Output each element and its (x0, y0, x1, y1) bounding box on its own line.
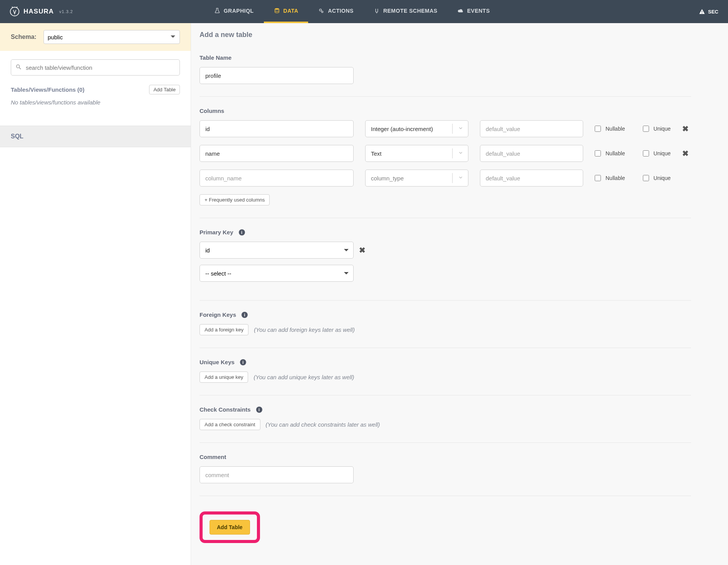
table-name-label: Table Name (200, 54, 691, 61)
check-constraints-label: Check Constraints (200, 406, 251, 413)
nav-graphiql-label: GRAPHIQL (224, 8, 254, 14)
add-table-highlight: Add Table (200, 511, 260, 543)
primary-key-select[interactable]: id (200, 242, 354, 259)
column-default-input[interactable] (480, 170, 583, 187)
top-navbar: HASURA v1.3.2 GRAPHIQL DATA ACTIONS REMO… (0, 0, 728, 23)
sql-link[interactable]: SQL (0, 126, 191, 147)
cloud-icon (458, 8, 464, 14)
add-table-submit-button[interactable]: Add Table (210, 520, 250, 535)
flask-icon (214, 8, 220, 14)
nav-events-label: EVENTS (467, 8, 490, 14)
column-default-input[interactable] (480, 145, 583, 162)
brand: HASURA v1.3.2 (10, 7, 73, 17)
plug-icon (374, 8, 380, 14)
add-check-constraint-button[interactable]: Add a check constraint (200, 419, 260, 430)
nullable-checkbox[interactable]: Nullable (595, 126, 625, 132)
foreign-keys-label: Foreign Keys (200, 311, 236, 318)
info-icon[interactable]: i (242, 312, 248, 318)
remove-column-icon[interactable]: ✖ (682, 149, 689, 158)
unique-checkbox[interactable]: Unique (643, 126, 671, 132)
info-icon[interactable]: i (240, 359, 246, 365)
database-icon (274, 8, 280, 14)
table-name-input[interactable] (200, 67, 354, 84)
tables-heading: Tables/Views/Functions (0) (11, 86, 84, 93)
nav-data-label: DATA (283, 8, 299, 14)
column-name-input[interactable] (200, 170, 354, 187)
version-label: v1.3.2 (59, 9, 73, 14)
column-type-select[interactable]: Integer (auto-increment) (365, 120, 468, 137)
svg-point-2 (320, 9, 322, 11)
info-icon[interactable]: i (256, 407, 262, 413)
nav-actions-label: ACTIONS (328, 8, 354, 14)
unique-key-hint: (You can add unique keys later as well) (253, 374, 354, 380)
gears-icon (318, 8, 324, 14)
nullable-checkbox[interactable]: Nullable (595, 150, 625, 156)
brand-name: HASURA (23, 8, 54, 15)
search-icon (15, 64, 22, 71)
nav-graphiql[interactable]: GRAPHIQL (204, 0, 264, 23)
add-foreign-key-button[interactable]: Add a foreign key (200, 324, 248, 335)
main-content: Add a new table Table Name Columns Integ… (191, 23, 728, 565)
sidebar-empty-message: No tables/views/functions available (11, 99, 180, 106)
column-type-select[interactable]: Text (365, 145, 468, 162)
schema-label: Schema: (11, 34, 37, 40)
add-unique-key-button[interactable]: Add a unique key (200, 372, 248, 383)
warning-icon (699, 8, 705, 15)
unique-checkbox[interactable]: Unique (643, 150, 671, 156)
page-title: Add a new table (200, 31, 691, 39)
nav-data[interactable]: DATA (264, 0, 309, 23)
secure-endpoint-hint[interactable]: SEC (699, 8, 718, 15)
column-name-input[interactable] (200, 120, 354, 137)
check-constraint-hint: (You can add check constraints later as … (266, 421, 380, 428)
svg-point-1 (275, 8, 279, 10)
svg-rect-5 (702, 13, 702, 13)
column-row: Text Nullable Unique✖ (200, 145, 691, 162)
unique-keys-label: Unique Keys (200, 359, 235, 365)
comment-label: Comment (200, 454, 691, 460)
column-row: column_type Nullable Unique (200, 170, 691, 187)
remove-primary-key-icon[interactable]: ✖ (359, 246, 366, 255)
column-default-input[interactable] (480, 120, 583, 137)
columns-label: Columns (200, 108, 691, 114)
info-icon[interactable]: i (239, 229, 245, 235)
secure-label: SEC (708, 9, 718, 15)
svg-rect-4 (702, 11, 702, 12)
primary-key-add-select[interactable]: -- select -- (200, 265, 354, 282)
svg-line-7 (19, 68, 21, 69)
sidebar-add-table-button[interactable]: Add Table (149, 85, 180, 94)
svg-point-6 (17, 65, 20, 68)
nav-events[interactable]: EVENTS (448, 0, 500, 23)
nav-remote-schemas-label: REMOTE SCHEMAS (383, 8, 438, 14)
svg-point-3 (322, 11, 323, 13)
column-row: Integer (auto-increment) Nullable Unique… (200, 120, 691, 137)
frequently-used-columns-button[interactable]: + Frequently used columns (200, 194, 270, 205)
schema-select[interactable]: public (44, 30, 180, 44)
column-name-input[interactable] (200, 145, 354, 162)
primary-key-label: Primary Key (200, 229, 233, 235)
column-type-select[interactable]: column_type (365, 170, 468, 187)
sidebar: Schema: public Tables/Views/Functions (0… (0, 23, 191, 565)
sidebar-search (11, 59, 180, 76)
remove-column-icon[interactable]: ✖ (682, 124, 689, 133)
foreign-key-hint: (You can add foreign keys later as well) (254, 326, 355, 333)
hasura-logo-icon (10, 7, 20, 17)
nav-remote-schemas[interactable]: REMOTE SCHEMAS (364, 0, 448, 23)
comment-input[interactable] (200, 466, 354, 483)
schema-bar: Schema: public (0, 23, 191, 51)
unique-checkbox[interactable]: Unique (643, 175, 671, 181)
nullable-checkbox[interactable]: Nullable (595, 175, 625, 181)
top-nav: GRAPHIQL DATA ACTIONS REMOTE SCHEMAS EVE… (204, 0, 500, 23)
nav-actions[interactable]: ACTIONS (308, 0, 364, 23)
search-input[interactable] (11, 59, 180, 76)
